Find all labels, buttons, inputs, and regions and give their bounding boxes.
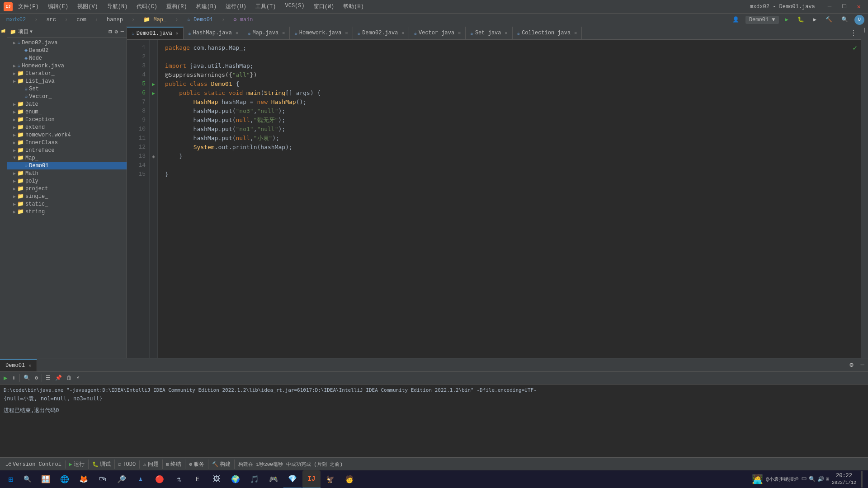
minimize-button[interactable]: ─ xyxy=(824,1,835,12)
tree-item-poly[interactable]: ▶ 📁 poly xyxy=(7,177,127,185)
menu-help[interactable]: 帮助(H) xyxy=(341,2,366,11)
menu-vcs[interactable]: VCS(S) xyxy=(283,2,306,11)
code-editor[interactable]: 1 2 3 4 5 6 7 8 9 10 11 12 13 14 15 xyxy=(127,40,861,358)
search-taskbar[interactable]: 🔍 xyxy=(20,475,35,483)
run-layout-btn[interactable]: ☰ xyxy=(44,374,52,382)
tab-close-hashmap[interactable]: ✕ xyxy=(236,30,238,36)
build-button[interactable]: 🔨 构建 xyxy=(208,460,235,469)
run-restart-btn[interactable]: ▶ xyxy=(2,373,9,383)
menu-file[interactable]: 文件(F) xyxy=(16,2,41,11)
tab-close-map[interactable]: ✕ xyxy=(282,30,285,36)
breadcrumb-hansp[interactable]: hansp xyxy=(104,16,126,24)
taskbar-app-fox[interactable]: 🦊 xyxy=(75,470,93,488)
taskbar-app-vscode[interactable]: 💎 xyxy=(283,470,302,488)
project-toggle[interactable]: 📁 xyxy=(1,29,6,34)
tab-map[interactable]: ☕ Map.java ✕ xyxy=(243,27,290,39)
taskbar-app-music[interactable]: 🎵 xyxy=(245,470,264,488)
debug-button[interactable]: 🐛 xyxy=(795,15,807,24)
code-content[interactable]: package com.hansp.Map_; import java.util… xyxy=(158,40,861,358)
taskbar-app-repo[interactable]: ⚗ xyxy=(170,470,188,488)
run-pin-btn[interactable]: 📌 xyxy=(53,374,64,382)
bookmark-icon[interactable]: ◈ xyxy=(152,154,155,160)
run-scroll-btn[interactable]: ⬆ xyxy=(10,373,17,383)
taskbar-app-steam[interactable]: ♟ xyxy=(132,470,150,488)
tree-item-date[interactable]: ▶ 📁 Date xyxy=(7,100,127,108)
more-tabs[interactable]: ⋮ xyxy=(846,27,861,39)
tree-item-map[interactable]: ▼ 📁 Map_ xyxy=(7,154,127,162)
taskbar-app-intellij[interactable]: IJ xyxy=(302,470,321,488)
breadcrumb-demo01[interactable]: ☕ Demo01 xyxy=(184,15,216,24)
tab-close-collection[interactable]: ✕ xyxy=(574,30,577,36)
tab-close-demo02[interactable]: ✕ xyxy=(401,30,404,36)
taskbar-app-store[interactable]: 🛍 xyxy=(94,470,112,488)
breadcrumb-main[interactable]: ⚙ main xyxy=(231,15,255,24)
debug-status-button[interactable]: 🐛 调试 xyxy=(89,460,115,469)
breadcrumb-map[interactable]: 📁 Map_ xyxy=(141,15,169,24)
tree-item-iterator[interactable]: ▶ 📁 Iterator_ xyxy=(7,70,127,77)
tab-set[interactable]: ☕ Set_java ✕ xyxy=(466,27,512,39)
tree-item-exception[interactable]: ▶ 📁 Exception xyxy=(7,116,127,123)
terminal-button[interactable]: ⊞ 终结 xyxy=(163,460,186,469)
line-num-6[interactable]: 6 xyxy=(127,89,149,98)
run-filter-btn[interactable]: 🔍 xyxy=(22,374,32,382)
tab-homework[interactable]: ☕ Homework.java ✕ xyxy=(290,27,353,39)
run-panel-close-btn[interactable]: ─ xyxy=(857,360,868,371)
taskbar-app-epic[interactable]: E xyxy=(189,470,207,488)
tree-item-string[interactable]: ▶ 📁 string_ xyxy=(7,208,127,216)
tree-item-demo02[interactable]: ▶ ☕ Demo02.java xyxy=(7,39,127,47)
tab-vector[interactable]: ☕ Vector_java ✕ xyxy=(409,27,466,39)
tab-collection[interactable]: ☕ Collection_java ✕ xyxy=(513,27,582,39)
run-method-icon[interactable]: ▶ xyxy=(152,90,155,96)
tree-item-homework4[interactable]: ▶ 📁 homework.work4 xyxy=(7,131,127,139)
start-button[interactable]: ⊞ xyxy=(2,470,20,488)
run-panel-settings[interactable]: ⚙ xyxy=(846,359,857,371)
tab-close-homework[interactable]: ✕ xyxy=(345,30,348,36)
build-button[interactable]: 🔨 xyxy=(823,15,835,24)
run-tab-close[interactable]: ✕ xyxy=(28,363,31,368)
search-button[interactable]: 🔍 xyxy=(839,15,851,24)
project-dropdown[interactable]: ▼ xyxy=(30,29,33,34)
tree-item-set[interactable]: ☕ Set_ xyxy=(7,85,127,93)
run-config-dropdown[interactable]: Demo01 ▼ xyxy=(745,16,779,24)
taskbar-app-chrome[interactable]: 🌍 xyxy=(226,470,245,488)
tree-item-enum[interactable]: ▶ 📁 enum_ xyxy=(7,108,127,116)
tree-item-demo01[interactable]: ☕ Demo01 xyxy=(7,162,127,169)
breadcrumb-com[interactable]: com xyxy=(74,16,89,24)
close-button[interactable]: ✕ xyxy=(854,1,864,12)
tab-close-vector[interactable]: ✕ xyxy=(458,30,461,36)
line-num-5[interactable]: 5 xyxy=(127,80,149,89)
menu-run[interactable]: 运行(U) xyxy=(224,2,248,11)
menu-code[interactable]: 代码(C) xyxy=(135,2,159,11)
run-stop-btn[interactable]: 🗑 xyxy=(65,374,74,382)
problems-button[interactable]: ⚠ 问题 xyxy=(140,460,163,469)
services-button[interactable]: ⚙ 服务 xyxy=(185,460,208,469)
profile-icon[interactable]: 👤 xyxy=(730,15,742,24)
taskbar-app-photo[interactable]: 🖼 xyxy=(208,470,226,488)
tree-item-demo02-class[interactable]: ◈ Demo02 xyxy=(7,47,127,54)
tab-demo02[interactable]: ☕ Demo02.java ✕ xyxy=(353,27,410,39)
tree-item-vector[interactable]: ☕ Vector_ xyxy=(7,93,127,100)
run-tab-run[interactable]: Demo01 ✕ xyxy=(0,359,37,371)
run-settings-btn[interactable]: ⚙ xyxy=(33,374,40,382)
taskbar-app-firefox[interactable]: 🦅 xyxy=(321,470,340,488)
taskbar-app-edge[interactable]: 🌐 xyxy=(56,470,74,488)
show-desktop-btn[interactable] xyxy=(861,471,863,488)
breadcrumb-project[interactable]: mxdx02 xyxy=(4,16,28,24)
menu-build[interactable]: 构建(B) xyxy=(194,2,219,11)
panel-close-icon[interactable]: ─ xyxy=(121,28,124,35)
taskbar-app-game[interactable]: 🎮 xyxy=(264,470,283,488)
tree-item-list[interactable]: ▶ 📁 List_java xyxy=(7,77,127,85)
coverage-button[interactable]: ▶ xyxy=(811,15,819,24)
collapse-all-icon[interactable]: ⊟ xyxy=(108,28,112,35)
run-status-button[interactable]: ▶ 运行 xyxy=(66,460,89,469)
taskbar-app-search[interactable]: 🔎 xyxy=(113,470,131,488)
menu-refactor[interactable]: 重构(R) xyxy=(165,2,189,11)
tree-item-node[interactable]: ◈ Node xyxy=(7,54,127,62)
menu-edit[interactable]: 编辑(E) xyxy=(46,2,71,11)
tree-item-homework[interactable]: ▶ ☕ Homework.java xyxy=(7,62,127,70)
tree-item-innerclass[interactable]: ▶ 📁 InnerClass xyxy=(7,139,127,146)
settings-icon[interactable]: ⚙ xyxy=(115,28,118,35)
menu-view[interactable]: 视图(V) xyxy=(75,2,100,11)
tree-item-math[interactable]: ▶ 📁 Math xyxy=(7,169,127,177)
tree-item-intreface[interactable]: ▶ 📁 Intreface xyxy=(7,146,127,154)
